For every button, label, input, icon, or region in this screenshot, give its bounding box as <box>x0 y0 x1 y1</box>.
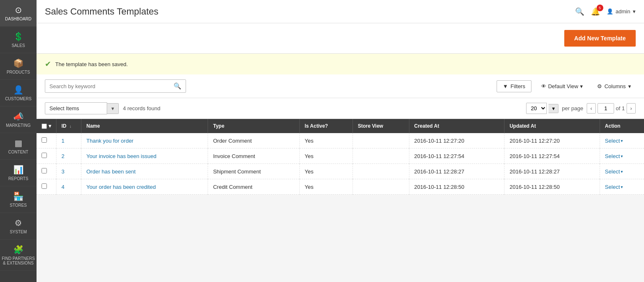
th-id: ID ↓ <box>56 119 81 133</box>
row-id-link-1[interactable]: 2 <box>61 153 64 159</box>
select-items-wrap: Select Items ▼ <box>45 102 119 114</box>
records-left: Select Items ▼ 4 records found <box>45 102 160 114</box>
action-select-label-2: Select <box>605 168 620 175</box>
gear-icon: ⚙ <box>597 83 602 89</box>
user-dropdown-icon: ▾ <box>633 8 636 15</box>
toolbar-right: ▼ Filters 👁 Default View ▾ ⚙ Columns ▾ <box>497 80 636 92</box>
view-dropdown-icon: ▾ <box>580 83 583 89</box>
table-row: 4 Your order has been credited Credit Co… <box>37 179 644 195</box>
sidebar-item-label: CONTENT <box>8 150 28 154</box>
row-id-link-2[interactable]: 3 <box>61 168 64 175</box>
sidebar-item-stores[interactable]: 🏪 STORES <box>0 186 37 213</box>
td-is-active-1: Yes <box>299 148 353 164</box>
search-input[interactable] <box>49 83 174 89</box>
columns-button[interactable]: ⚙ Columns ▾ <box>593 80 636 92</box>
pager-current-page-input[interactable] <box>597 103 614 114</box>
system-icon: ⚙ <box>15 218 22 228</box>
row-name-link-1[interactable]: Your invoice has been issued <box>86 153 157 159</box>
products-icon: 📦 <box>13 58 24 68</box>
sidebar-item-products[interactable]: 📦 PRODUCTS <box>0 53 37 80</box>
row-checkbox-2[interactable] <box>42 168 47 173</box>
td-type-0: Order Comment <box>208 133 299 148</box>
stores-icon: 🏪 <box>13 191 24 201</box>
pager-next-button[interactable]: › <box>627 103 636 114</box>
topbar: Sales Comments Templates 🔍 🔔 5 👤 admin ▾ <box>37 0 644 23</box>
sidebar-item-system[interactable]: ⚙ SYSTEM <box>0 213 37 240</box>
table-row: 2 Your invoice has been issued Invoice C… <box>37 148 644 164</box>
per-page-wrap: 20 ▼ <box>526 103 558 114</box>
row-id-link-0[interactable]: 1 <box>61 138 64 144</box>
per-page-select[interactable]: 20 <box>526 103 547 114</box>
pager-prev-button[interactable]: ‹ <box>587 103 596 114</box>
th-created-at: Created At <box>409 119 504 133</box>
select-items-dropdown[interactable]: Select Items <box>45 102 107 114</box>
per-page-arrow-button[interactable]: ▼ <box>549 104 558 113</box>
row-checkbox-3[interactable] <box>42 183 47 189</box>
table-header-row: ▾ ID ↓ Name Type <box>37 119 644 133</box>
td-is-active-2: Yes <box>299 164 353 179</box>
row-action-select-1[interactable]: Select ▾ <box>605 153 639 159</box>
pager: ‹ of 1 › <box>587 103 636 114</box>
filters-button[interactable]: ▼ Filters <box>497 80 531 92</box>
search-submit-icon[interactable]: 🔍 <box>174 82 181 90</box>
user-menu-button[interactable]: 👤 admin ▾ <box>607 8 636 15</box>
sidebar-item-content[interactable]: ▦ CONTENT <box>0 133 37 160</box>
select-items-arrow-button[interactable]: ▼ <box>107 103 119 114</box>
td-store-view-1 <box>353 148 409 164</box>
th-type: Type <box>208 119 299 133</box>
success-checkmark-icon: ✔ <box>45 59 51 69</box>
success-message-text: The template has been saved. <box>55 61 128 67</box>
td-checkbox-2 <box>37 164 56 179</box>
sales-icon: 💲 <box>13 32 24 42</box>
th-is-active: Is Active? <box>299 119 353 133</box>
row-name-link-0[interactable]: Thank you for order <box>86 138 133 144</box>
td-action-1: Select ▾ <box>600 148 644 164</box>
sidebar-item-dashboard[interactable]: ⊙ DASHBOARD <box>0 0 37 27</box>
sidebar-item-reports[interactable]: 📊 REPORTS <box>0 160 37 186</box>
sidebar-item-marketing[interactable]: 📣 MARKETING <box>0 106 37 133</box>
sidebar-item-label: SYSTEM <box>10 230 27 234</box>
add-new-template-button[interactable]: Add New Template <box>564 30 636 47</box>
row-checkbox-1[interactable] <box>42 153 47 158</box>
td-store-view-2 <box>353 164 409 179</box>
row-action-select-3[interactable]: Select ▾ <box>605 184 639 190</box>
td-name-3: Your order has been credited <box>81 179 208 195</box>
td-id-1: 2 <box>56 148 81 164</box>
row-name-link-3[interactable]: Your order has been credited <box>86 184 156 190</box>
row-action-select-2[interactable]: Select ▾ <box>605 168 639 175</box>
th-store-view: Store View <box>353 119 409 133</box>
sidebar-item-sales[interactable]: 💲 SALES <box>0 27 37 53</box>
row-id-link-3[interactable]: 4 <box>61 184 64 190</box>
row-checkbox-0[interactable] <box>42 137 47 143</box>
select-all-checkbox[interactable] <box>42 124 47 129</box>
topbar-search-icon[interactable]: 🔍 <box>575 7 584 16</box>
sidebar-item-label: DASHBOARD <box>5 17 31 21</box>
customers-icon: 👤 <box>13 85 24 95</box>
td-action-3: Select ▾ <box>600 179 644 195</box>
sidebar-item-label: MARKETING <box>6 123 30 128</box>
th-name-label: Name <box>86 123 100 129</box>
th-store-view-label: Store View <box>358 123 383 129</box>
td-type-1: Invoice Comment <box>208 148 299 164</box>
notifications-button[interactable]: 🔔 5 <box>591 7 600 16</box>
records-count: 4 records found <box>123 105 160 111</box>
sidebar-item-find-partners[interactable]: 🧩 FIND PARTNERS & EXTENSIONS <box>0 240 37 271</box>
td-created-at-2: 2016-10-11 12:28:27 <box>409 164 504 179</box>
records-right: 20 ▼ per page ‹ of 1 › <box>526 103 636 114</box>
data-table-wrap: ▾ ID ↓ Name Type <box>37 119 644 195</box>
th-updated-at: Updated At <box>504 119 600 133</box>
row-action-select-0[interactable]: Select ▾ <box>605 138 639 144</box>
id-sort-icon[interactable]: ↓ <box>69 124 71 129</box>
row-name-link-2[interactable]: Order has been sent <box>86 168 136 175</box>
th-checkbox-dropdown-icon[interactable]: ▾ <box>49 123 51 129</box>
sidebar-item-customers[interactable]: 👤 CUSTOMERS <box>0 80 37 106</box>
td-id-3: 4 <box>56 179 81 195</box>
main-content: Sales Comments Templates 🔍 🔔 5 👤 admin ▾… <box>37 0 644 282</box>
default-view-button[interactable]: 👁 Default View ▾ <box>536 80 588 92</box>
td-updated-at-0: 2016-10-11 12:27:20 <box>504 133 600 148</box>
data-table: ▾ ID ↓ Name Type <box>37 119 644 195</box>
th-checkbox: ▾ <box>37 119 56 133</box>
columns-label: Columns <box>605 83 626 89</box>
action-select-chevron-icon-1: ▾ <box>621 154 623 158</box>
td-action-0: Select ▾ <box>600 133 644 148</box>
